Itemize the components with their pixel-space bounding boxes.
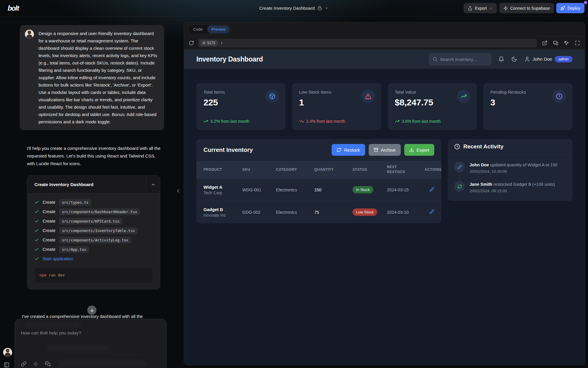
rocket-icon — [560, 6, 565, 11]
export-button[interactable]: Export — [464, 3, 497, 13]
preview-iframe: Inventory Dashboard John Doe admin Total… — [184, 49, 585, 365]
user-menu[interactable]: John Doe admin — [524, 56, 572, 62]
quantity-cell[interactable]: 75 — [314, 210, 353, 215]
file-chip[interactable]: src/App.tsx — [59, 246, 89, 253]
supabase-label: Connect to Supabase — [510, 6, 550, 11]
view-tab-bar: Code Preview — [184, 22, 585, 36]
product-name: Gadget B — [203, 207, 242, 212]
scroll-to-bottom-button[interactable] — [87, 306, 96, 315]
pencil-icon — [430, 209, 434, 214]
devices-icon — [553, 40, 558, 46]
chat-messages-icon[interactable] — [45, 361, 51, 367]
edit-row-button[interactable] — [430, 187, 434, 192]
check-icon — [34, 200, 39, 205]
project-title: Create Inventory Dashboard — [259, 6, 315, 11]
column-header: STATUS — [353, 165, 387, 175]
inventory-table-card: Current Inventory Restock Archive — [196, 139, 441, 223]
tab-code[interactable]: Code — [189, 25, 207, 34]
blurred-content — [25, 323, 81, 328]
search-input[interactable] — [440, 57, 484, 62]
chevron-down-icon — [325, 6, 329, 10]
responsive-devices-button[interactable] — [553, 40, 558, 46]
inventory-title: Current Inventory — [203, 147, 253, 153]
recent-activity-card: Recent Activity John Doe updated qu — [448, 139, 572, 201]
artifact-step: Create src/components/KPICard.tsx — [27, 216, 160, 226]
reload-button[interactable] — [189, 40, 194, 46]
start-application-link[interactable]: Start application — [43, 256, 73, 261]
alert-triangle-icon — [361, 89, 375, 103]
sidebar-toggle-icon[interactable] — [4, 362, 9, 368]
assistant-intro-text: I'll help you create a comprehensive inv… — [27, 145, 161, 168]
artifact-step: Create src/types.ts — [27, 198, 160, 207]
reload-icon — [189, 40, 194, 46]
moon-icon — [511, 56, 517, 62]
column-header: PRODUCT — [203, 165, 242, 175]
timeline-connector — [459, 172, 460, 181]
deploy-button[interactable]: Deploy — [556, 3, 584, 13]
export-csv-button[interactable]: Export — [404, 144, 434, 156]
activity-actor: Jane Smith — [470, 182, 492, 187]
artifact-step: Create src/components/InventoryTable.tsx — [27, 226, 160, 235]
project-title-menu[interactable]: Create Inventory Dashboard — [259, 6, 329, 11]
external-link-icon — [542, 40, 547, 46]
column-header: ACTIONS — [425, 165, 441, 175]
quantity-cell[interactable]: 150 — [314, 188, 353, 192]
link-icon[interactable] — [21, 361, 26, 367]
inspector-toggle-button[interactable] — [564, 40, 569, 46]
file-chip[interactable]: src/components/ActivityLog.tsx — [59, 237, 131, 243]
step-action: Create — [43, 228, 56, 233]
sparkles-icon[interactable] — [33, 361, 39, 367]
check-icon — [34, 219, 39, 223]
fullscreen-button[interactable] — [575, 40, 580, 46]
export-label: Export — [475, 6, 487, 11]
url-field[interactable]: 5173 / — [198, 39, 537, 47]
activity-item: Jane Smith restocked Gadget B (+100 unit… — [454, 181, 566, 193]
kpi-trend: 5.2% from last month — [203, 119, 278, 124]
port-number: 5173 — [207, 41, 215, 45]
connect-supabase-button[interactable]: Connect to Supabase — [499, 3, 554, 13]
bolt-logo[interactable]: bolt — [8, 4, 19, 12]
category-cell: Electronics — [276, 210, 314, 215]
blurred-content — [59, 360, 147, 367]
port-badge[interactable]: 5173 — [199, 40, 218, 46]
restock-button[interactable]: Restock — [332, 144, 365, 156]
step-action: Create — [43, 219, 56, 223]
package-icon — [265, 89, 279, 103]
role-badge: admin — [555, 56, 572, 62]
chat-panel: Design a responsive and user-friendly in… — [0, 16, 184, 368]
product-name: Widget A — [203, 185, 242, 190]
kpi-trend: 3.8% from last month — [395, 119, 470, 124]
deploy-label: Deploy — [567, 6, 580, 11]
artifact-step: Create src/App.tsx — [27, 245, 160, 254]
activity-timestamp: 20/02/2024, 10:30:00 — [470, 169, 557, 174]
edit-row-button[interactable] — [430, 209, 434, 214]
supabase-bolt-icon — [503, 6, 508, 11]
file-chip[interactable]: src/types.ts — [59, 199, 91, 206]
artifact-title: Create Inventory Dashboard — [27, 176, 146, 193]
check-icon — [34, 256, 39, 261]
kpi-card-total-value: Total Value $8,247.75 3.8% from last mon… — [388, 83, 477, 130]
notifications-button[interactable] — [498, 56, 504, 62]
workbench-panel: Code Preview 5173 / Inventory Dashboard — [184, 22, 585, 365]
tab-preview[interactable]: Preview — [207, 25, 230, 34]
open-in-new-tab-button[interactable] — [542, 40, 547, 46]
step-action: Create — [43, 247, 56, 252]
chat-input-placeholder[interactable]: How can Bolt help you today? — [21, 330, 160, 336]
url-path: / — [221, 41, 222, 45]
artifact-collapse-button[interactable] — [146, 176, 160, 193]
file-chip[interactable]: src/components/KPICard.tsx — [59, 218, 123, 225]
collapse-chat-handle[interactable] — [175, 188, 181, 194]
artifact-step: Create src/components/ActivityLog.tsx — [27, 235, 160, 245]
artifact-step: Create src/components/DashboardHeader.ts… — [27, 207, 160, 216]
upload-icon — [468, 6, 472, 11]
inventory-search[interactable] — [429, 53, 491, 65]
chat-input-panel[interactable]: How can Bolt help you today? — [15, 319, 166, 368]
trending-up-icon — [457, 89, 470, 103]
dark-mode-toggle[interactable] — [511, 56, 517, 62]
profile-avatar[interactable] — [3, 348, 12, 357]
file-chip[interactable]: src/components/DashboardHeader.tsx — [59, 208, 140, 215]
file-chip[interactable]: src/components/InventoryTable.tsx — [59, 227, 138, 234]
column-header: SKU — [242, 165, 276, 175]
archive-button[interactable]: Archive — [369, 144, 401, 156]
refresh-icon — [454, 181, 465, 192]
